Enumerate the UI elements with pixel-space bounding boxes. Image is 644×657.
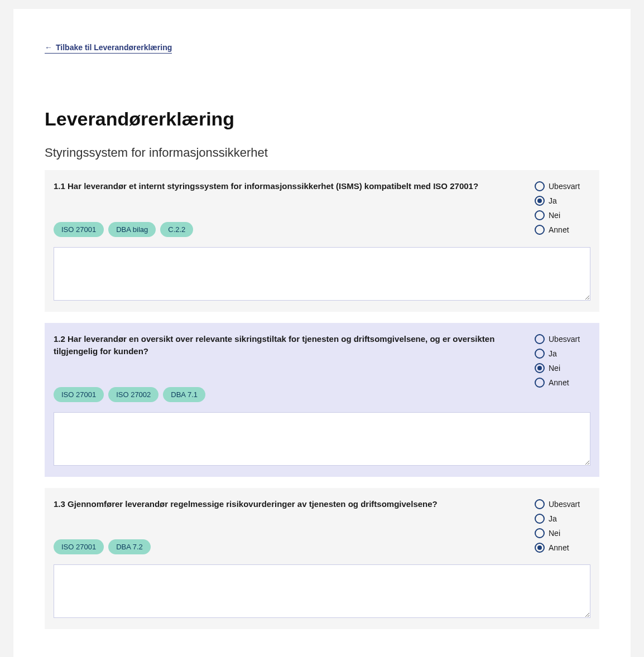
question-left: 1.1 Har leverandør et internt styringssy… [54, 180, 521, 247]
radio-icon [535, 378, 545, 388]
option-label: Ubesvart [549, 335, 580, 344]
radio-option[interactable]: Annet [535, 542, 590, 554]
radio-icon [535, 181, 545, 191]
option-label: Nei [549, 211, 560, 220]
question-top-row: 1.2 Har leverandør en oversikt over rele… [54, 333, 590, 412]
option-label: Ja [549, 196, 557, 205]
question-left: 1.2 Har leverandør en oversikt over rele… [54, 333, 521, 412]
options-group: UbesvartJaNeiAnnet [535, 498, 590, 554]
note-textarea[interactable] [54, 247, 590, 301]
question-card: 1.3 Gjennomfører leverandør regelmessige… [45, 488, 599, 630]
tag: ISO 27002 [108, 387, 158, 402]
option-label: Annet [549, 225, 569, 234]
question-card: 1.1 Har leverandør et internt styringssy… [45, 170, 599, 312]
tag-row: ISO 27001ISO 27002DBA 7.1 [54, 387, 521, 402]
tag-row: ISO 27001DBA bilagC.2.2 [54, 222, 521, 237]
radio-icon [535, 499, 545, 509]
page-container: ← Tilbake til Leverandørerklæring Levera… [13, 9, 631, 657]
arrow-left-icon: ← [45, 44, 52, 51]
radio-icon [535, 334, 545, 344]
back-link-label: Tilbake til Leverandørerklæring [56, 43, 172, 52]
tag: C.2.2 [160, 222, 193, 237]
options-group: UbesvartJaNeiAnnet [535, 180, 590, 236]
radio-option[interactable]: Ubesvart [535, 498, 590, 510]
tag: DBA 7.2 [108, 539, 151, 554]
tag: DBA bilag [108, 222, 156, 237]
option-label: Ja [549, 349, 557, 358]
note-textarea[interactable] [54, 564, 590, 618]
radio-option[interactable]: Annet [535, 224, 590, 236]
questions-list: 1.1 Har leverandør et internt styringssy… [45, 170, 599, 629]
question-left: 1.3 Gjennomfører leverandør regelmessige… [54, 498, 521, 565]
page-title: Leverandørerklæring [45, 108, 599, 130]
radio-option[interactable]: Ubesvart [535, 333, 590, 345]
question-top-row: 1.3 Gjennomfører leverandør regelmessige… [54, 498, 590, 565]
section-title: Styringssystem for informasjonssikkerhet [45, 146, 599, 160]
option-label: Annet [549, 378, 569, 387]
option-label: Ubesvart [549, 500, 580, 509]
radio-option[interactable]: Nei [535, 362, 590, 374]
tag: DBA 7.1 [163, 387, 205, 402]
option-label: Nei [549, 364, 560, 373]
radio-option[interactable]: Ja [535, 195, 590, 207]
option-label: Nei [549, 529, 560, 538]
tag: ISO 27001 [54, 387, 104, 402]
tag: ISO 27001 [54, 222, 104, 237]
question-text: 1.2 Har leverandør en oversikt over rele… [54, 333, 521, 358]
option-label: Ja [549, 514, 557, 523]
question-text: 1.3 Gjennomfører leverandør regelmessige… [54, 498, 521, 511]
radio-option[interactable]: Ja [535, 347, 590, 360]
radio-icon [535, 225, 545, 235]
radio-icon [535, 349, 545, 359]
radio-option[interactable]: Ubesvart [535, 180, 590, 192]
options-group: UbesvartJaNeiAnnet [535, 333, 590, 389]
question-top-row: 1.1 Har leverandør et internt styringssy… [54, 180, 590, 247]
question-card: 1.2 Har leverandør en oversikt over rele… [45, 323, 599, 477]
back-link[interactable]: ← Tilbake til Leverandørerklæring [45, 43, 172, 54]
option-label: Annet [549, 543, 569, 552]
radio-option[interactable]: Annet [535, 376, 590, 389]
radio-icon [535, 363, 545, 373]
tag-row: ISO 27001DBA 7.2 [54, 539, 521, 554]
tag: ISO 27001 [54, 539, 104, 554]
radio-icon [535, 196, 545, 206]
radio-icon [535, 514, 545, 524]
radio-icon [535, 543, 545, 553]
radio-option[interactable]: Nei [535, 527, 590, 539]
radio-icon [535, 210, 545, 220]
radio-icon [535, 528, 545, 538]
note-textarea[interactable] [54, 412, 590, 466]
question-text: 1.1 Har leverandør et internt styringssy… [54, 180, 521, 193]
option-label: Ubesvart [549, 182, 580, 191]
radio-option[interactable]: Nei [535, 209, 590, 221]
radio-option[interactable]: Ja [535, 513, 590, 525]
